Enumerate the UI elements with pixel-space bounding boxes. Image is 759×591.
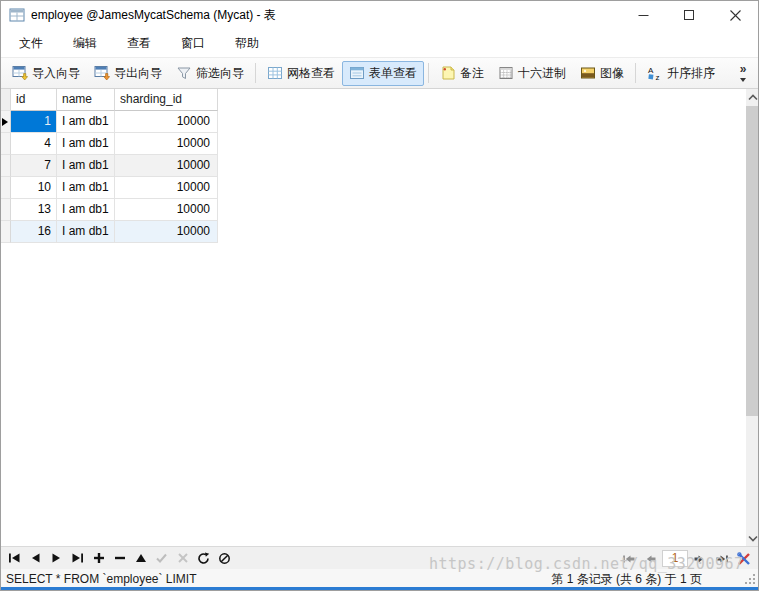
grid-cell-name[interactable]: I am db1 <box>57 155 115 177</box>
grid-cell-id[interactable]: 13 <box>11 199 57 221</box>
settings-tools-button[interactable] <box>733 548 754 569</box>
grid-cell-name[interactable]: I am db1 <box>57 111 115 133</box>
refresh-button[interactable] <box>193 548 214 569</box>
grid-cell-id[interactable]: 16 <box>11 221 57 243</box>
pagination-controls: 1 <box>618 548 754 569</box>
sort-ascending-button[interactable]: A z 升序排序 <box>640 61 722 86</box>
column-header-id[interactable]: id <box>11 89 57 111</box>
page-number-input[interactable]: 1 <box>662 550 688 567</box>
grid-cell-id[interactable]: 7 <box>11 155 57 177</box>
hex-button[interactable]: 十六进制 <box>491 61 573 86</box>
last-page-icon <box>715 553 729 565</box>
grid-cell-name[interactable]: I am db1 <box>57 177 115 199</box>
first-page-button[interactable] <box>618 548 639 569</box>
grid-row: 13I am db110000 <box>1 199 218 221</box>
row-selector-gutter[interactable] <box>1 199 11 221</box>
grid-cell-name[interactable]: I am db1 <box>57 133 115 155</box>
scroll-up-button[interactable] <box>746 89 759 105</box>
previous-page-icon <box>644 553 657 565</box>
menu-help[interactable]: 帮助 <box>223 30 271 57</box>
toolbar-button-label: 图像 <box>600 65 624 82</box>
image-button[interactable]: 图像 <box>573 61 631 86</box>
grid-cell-id[interactable]: 1 <box>11 111 57 133</box>
grid-row: 1I am db110000 <box>1 111 218 133</box>
row-selector-gutter[interactable] <box>1 111 11 133</box>
grid-cell-name[interactable]: I am db1 <box>57 199 115 221</box>
menu-file[interactable]: 文件 <box>7 30 55 57</box>
toolbar-button-label: 升序排序 <box>667 65 715 82</box>
scrollbar-thumb[interactable] <box>746 106 759 416</box>
delete-record-button[interactable] <box>109 548 130 569</box>
column-header-name[interactable]: name <box>57 89 115 111</box>
close-icon <box>730 10 741 21</box>
refresh-icon <box>197 552 210 565</box>
grid-cell-sharding-id[interactable]: 10000 <box>115 155 218 177</box>
data-grid: id name sharding_id 1I am db1100004I am … <box>1 89 218 243</box>
column-header-sharding-id[interactable]: sharding_id <box>115 89 218 111</box>
next-page-button[interactable] <box>689 548 710 569</box>
grid-view-button[interactable]: 网格查看 <box>260 61 342 86</box>
grid-corner-cell[interactable] <box>1 89 11 111</box>
grid-cell-sharding-id[interactable]: 10000 <box>115 221 218 243</box>
status-bar: SELECT * FROM `employee` LIMIT 第 1 条记录 (… <box>1 569 758 589</box>
first-record-button[interactable] <box>4 548 25 569</box>
svg-text:z: z <box>656 73 660 82</box>
tools-icon <box>737 552 751 566</box>
next-page-icon <box>693 553 706 565</box>
maximize-button[interactable] <box>666 1 712 29</box>
filter-icon <box>176 65 192 81</box>
filter-wizard-button[interactable]: 筛选向导 <box>169 61 251 86</box>
toolbar-button-label: 十六进制 <box>518 65 566 82</box>
grid-cell-sharding-id[interactable]: 10000 <box>115 133 218 155</box>
discard-changes-button[interactable] <box>172 548 193 569</box>
menu-window[interactable]: 窗口 <box>169 30 217 57</box>
plus-icon <box>93 552 105 564</box>
title-bar[interactable]: employee @JamesMycatSchema (Mycat) - 表 <box>1 1 758 29</box>
resize-grip[interactable] <box>744 573 756 588</box>
record-info-text: 第 1 条记录 (共 6 条) 于 1 页 <box>551 571 702 588</box>
grid-cell-id[interactable]: 10 <box>11 177 57 199</box>
row-selector-gutter[interactable] <box>1 155 11 177</box>
row-selector-gutter[interactable] <box>1 221 11 243</box>
close-button[interactable] <box>712 1 758 29</box>
toolbar-button-label: 导出向导 <box>114 65 162 82</box>
last-record-icon <box>71 552 84 564</box>
scroll-down-button[interactable] <box>746 530 759 546</box>
triangle-up-icon <box>135 552 147 564</box>
grid-cell-sharding-id[interactable]: 10000 <box>115 177 218 199</box>
image-icon <box>580 65 596 81</box>
grid-cell-id[interactable]: 4 <box>11 133 57 155</box>
export-wizard-button[interactable]: 导出向导 <box>87 61 169 86</box>
last-page-button[interactable] <box>711 548 732 569</box>
stop-button[interactable] <box>214 548 235 569</box>
grid-cell-sharding-id[interactable]: 10000 <box>115 199 218 221</box>
minimize-button[interactable] <box>620 1 666 29</box>
menu-view[interactable]: 查看 <box>115 30 163 57</box>
grid-cell-name[interactable]: I am db1 <box>57 221 115 243</box>
form-view-button[interactable]: 表单查看 <box>342 61 424 86</box>
vertical-scrollbar[interactable] <box>746 89 759 546</box>
grid-cell-sharding-id[interactable]: 10000 <box>115 111 218 133</box>
add-record-button[interactable] <box>88 548 109 569</box>
record-navigation-bar: 1 <box>1 546 758 569</box>
next-record-button[interactable] <box>46 548 67 569</box>
apply-changes-button[interactable] <box>151 548 172 569</box>
toolbar: 导入向导 导出向导 筛选向导 <box>1 58 758 89</box>
form-view-icon <box>349 65 365 81</box>
last-record-button[interactable] <box>67 548 88 569</box>
previous-record-icon <box>29 552 42 564</box>
previous-record-button[interactable] <box>25 548 46 569</box>
toolbar-button-label: 表单查看 <box>369 65 417 82</box>
previous-page-button[interactable] <box>640 548 661 569</box>
sort-ascending-icon: A z <box>647 65 663 81</box>
row-selector-gutter[interactable] <box>1 133 11 155</box>
memo-button[interactable]: 备注 <box>433 61 491 86</box>
menu-edit[interactable]: 编辑 <box>61 30 109 57</box>
toolbar-overflow-button[interactable]: » <box>734 65 754 82</box>
stop-icon <box>218 552 231 565</box>
row-selector-gutter[interactable] <box>1 177 11 199</box>
edit-record-button[interactable] <box>130 548 151 569</box>
grid-row: 7I am db110000 <box>1 155 218 177</box>
import-wizard-button[interactable]: 导入向导 <box>5 61 87 86</box>
chevron-down-icon <box>740 78 746 82</box>
